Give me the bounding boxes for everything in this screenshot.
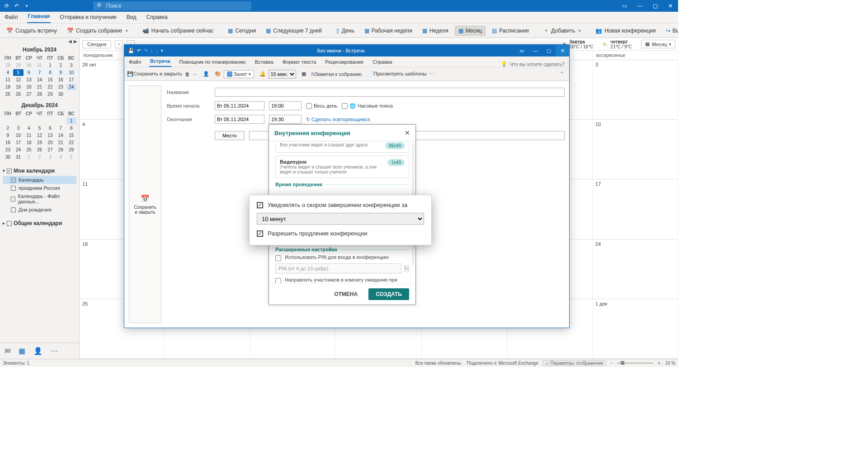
mw-tab-file[interactable]: Файл <box>128 58 142 67</box>
minical-day[interactable]: 5 <box>34 125 44 132</box>
minical-day[interactable]: 20 <box>45 139 55 146</box>
minical-day[interactable]: 3 <box>13 125 23 132</box>
minical-day[interactable]: 30 <box>56 91 66 98</box>
minical-day[interactable]: 19 <box>13 84 23 90</box>
minical-day[interactable]: 14 <box>56 132 66 139</box>
undo-icon[interactable]: ↶ <box>14 3 20 9</box>
minical-day[interactable]: 14 <box>34 76 44 83</box>
minical-day[interactable]: 25 <box>24 146 34 153</box>
minical-day[interactable]: 16 <box>56 76 66 83</box>
minical-day[interactable]: 10 <box>13 132 23 139</box>
minical-day[interactable]: 2 <box>34 154 44 160</box>
conf-type-card-1[interactable]: Все участники видят и слышат друг друга … <box>275 142 409 153</box>
mw-maximize-button[interactable]: ▢ <box>542 45 556 56</box>
minical-day[interactable]: 11 <box>3 76 13 83</box>
conf-close-button[interactable]: ✕ <box>405 129 410 136</box>
mw-busy-selector[interactable]: Занят▾ <box>224 70 254 78</box>
minical-day[interactable]: 17 <box>66 76 76 83</box>
minical-day[interactable]: 22 <box>66 139 76 146</box>
notify-time-select[interactable]: 10 минут <box>257 213 424 225</box>
minical-day[interactable]: 15 <box>66 132 76 139</box>
mw-tab-format[interactable]: Формат текста <box>282 58 317 67</box>
minical-day[interactable]: 21 <box>56 139 66 146</box>
minical-day[interactable]: 24 <box>66 84 76 90</box>
qat-more-icon[interactable]: ▾ <box>24 3 30 9</box>
conf-cancel-button[interactable]: ОТМЕНА <box>330 288 362 300</box>
mw-up-icon[interactable]: ↑ <box>151 48 153 53</box>
minical-day[interactable] <box>3 118 13 124</box>
display-params-button[interactable]: ▭ Параметры отображения <box>543 360 606 366</box>
minical-day[interactable]: 24 <box>13 146 23 153</box>
minical-day[interactable]: 1 <box>66 118 76 124</box>
minical-day[interactable]: 11 <box>24 132 34 139</box>
start-assembly-now-button[interactable]: 📹Начать собрание сейчас <box>139 26 217 36</box>
minical-day[interactable]: 1 <box>24 154 34 160</box>
mw-save-icon[interactable]: 💾 <box>128 48 134 54</box>
tab-home[interactable]: Главная <box>27 11 51 23</box>
mw-delete-button[interactable]: 🗑 <box>185 71 190 77</box>
people-nav-icon[interactable]: 👤 <box>33 347 42 355</box>
mw-showas-button[interactable]: 🎨 <box>215 71 221 77</box>
minical-day[interactable]: 2 <box>3 125 13 132</box>
mw-tab-review[interactable]: Рецензирование <box>324 58 364 67</box>
mw-forward-button[interactable]: → <box>193 71 198 77</box>
calendar-cell[interactable]: 1 дек <box>593 299 678 358</box>
mw-down-icon[interactable]: ↓ <box>156 48 159 53</box>
minical-day[interactable]: 8 <box>66 125 76 132</box>
shared-calendars-group[interactable]: ▸Общие календари <box>3 218 76 228</box>
mw-undo-icon[interactable]: ↶ <box>137 48 141 54</box>
mw-invite-button[interactable]: 👤 <box>203 71 209 77</box>
minical-day[interactable]: 20 <box>24 84 34 90</box>
mail-nav-icon[interactable]: ✉ <box>5 347 10 355</box>
shared-calendars-checkbox[interactable] <box>7 221 12 226</box>
calendar-cell[interactable]: 3 <box>593 60 678 119</box>
sync-icon[interactable]: ⟳ <box>4 3 10 9</box>
zoom-slider[interactable] <box>617 362 653 364</box>
view-schedule-button[interactable]: ▤Расписание <box>488 26 533 36</box>
add-button[interactable]: ＋Добавить <box>540 25 585 36</box>
mw-more-button[interactable]: ⋯ <box>429 71 434 77</box>
tab-file[interactable]: Файл <box>4 12 19 23</box>
minical-day[interactable]: 7 <box>34 69 44 76</box>
minical-day[interactable]: 18 <box>24 139 34 146</box>
timezones-checkbox[interactable]: 🌐Часовые пояса <box>342 103 393 109</box>
minical-day[interactable]: 4 <box>56 154 66 160</box>
more-nav-icon[interactable]: ⋯ <box>51 347 58 355</box>
minical-day[interactable]: 27 <box>45 146 55 153</box>
mw-notes-button[interactable]: NЗаметки к собранию <box>311 71 362 77</box>
minical-day[interactable]: 5 <box>66 154 76 160</box>
my-calendars-group[interactable]: ▾Мои календари <box>3 166 76 176</box>
calendar-cell[interactable]: 10 <box>593 120 678 179</box>
end-date-input[interactable] <box>215 115 264 124</box>
conf-create-button[interactable]: СОЗДАТЬ <box>368 288 409 300</box>
mw-tab-meeting[interactable]: Встреча <box>149 57 171 67</box>
minical-day[interactable]: 4 <box>24 125 34 132</box>
minical-day[interactable]: 23 <box>56 84 66 90</box>
make-recurring-link[interactable]: ↻ Сделать повторяющимся <box>306 117 370 122</box>
mw-redo-icon[interactable]: ↷ <box>144 48 148 54</box>
place-button[interactable]: Место <box>215 131 245 140</box>
mw-templates-button[interactable]: 📄Просмотреть шаблоны <box>367 71 426 77</box>
minical-day[interactable]: 8 <box>45 69 55 76</box>
maximize-button[interactable]: ▢ <box>647 0 663 12</box>
mw-ribbon-mode-icon[interactable]: ▭ <box>515 45 528 56</box>
view-week-button[interactable]: ▦Неделя <box>419 26 452 36</box>
tab-view[interactable]: Вид <box>126 12 137 23</box>
my-calendars-checkbox[interactable] <box>7 169 12 174</box>
calendar-cell[interactable]: 17 <box>593 179 678 239</box>
end-time-input[interactable] <box>269 115 302 124</box>
view-selector[interactable]: ▦Месяц▾ <box>641 40 675 48</box>
minical-day[interactable]: 28 <box>56 146 66 153</box>
view-workweek-button[interactable]: ▦Рабочая неделя <box>361 26 416 36</box>
mw-qat-more-icon[interactable]: ▾ <box>161 48 163 53</box>
minical-day[interactable]: 6 <box>24 69 34 76</box>
calendar-item-holidays[interactable]: праздники Россия <box>3 184 76 192</box>
minical-day[interactable]: 27 <box>24 91 34 98</box>
waiting-room-checkbox[interactable]: Направлять участников в комнату ожидания… <box>275 277 409 283</box>
start-date-input[interactable] <box>215 101 264 110</box>
minical-day[interactable]: 17 <box>13 139 23 146</box>
use-pin-checkbox[interactable]: Использовать PIN для входа в конференцию <box>275 254 409 261</box>
mw-save-and-close-block[interactable]: 📅 Сохранить и закрыть <box>129 85 161 323</box>
next-7-days-button[interactable]: ▦Следующие 7 дней <box>262 26 326 36</box>
zoom-out-button[interactable]: − <box>610 361 613 366</box>
